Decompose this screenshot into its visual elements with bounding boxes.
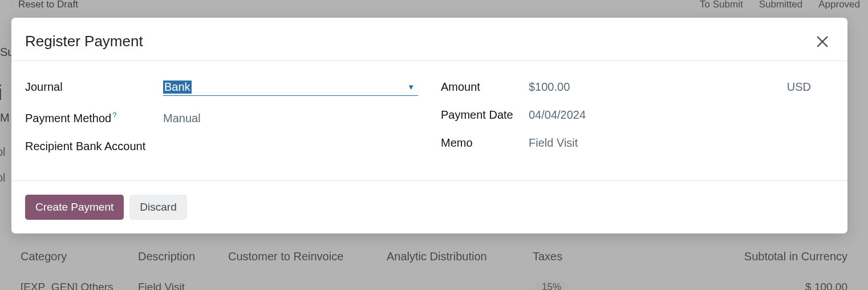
form-left-column: Journal Bank ▼ Payment Method? Manual Re… <box>25 80 429 153</box>
modal-footer: Create Payment Discard <box>11 180 847 233</box>
help-icon[interactable]: ? <box>112 111 116 119</box>
currency-value[interactable]: USD <box>787 80 834 94</box>
close-icon[interactable] <box>814 34 830 50</box>
discard-button[interactable]: Discard <box>129 195 186 220</box>
journal-select[interactable]: Bank ▼ <box>163 80 418 96</box>
payment-method-field: Payment Method? Manual <box>25 111 418 125</box>
chevron-down-icon[interactable]: ▼ <box>407 83 418 91</box>
journal-field: Journal Bank ▼ <box>25 80 418 96</box>
payment-method-label: Payment Method? <box>25 111 163 125</box>
payment-date-value[interactable]: 04/04/2024 <box>529 108 834 122</box>
journal-label: Journal <box>25 80 163 94</box>
recipient-bank-label: Recipient Bank Account <box>25 140 163 153</box>
memo-value[interactable]: Field Visit <box>529 136 834 150</box>
payment-method-value[interactable]: Manual <box>163 112 418 125</box>
amount-label: Amount <box>441 80 529 94</box>
journal-value: Bank <box>163 80 192 94</box>
modal-body: Journal Bank ▼ Payment Method? Manual Re… <box>11 61 847 180</box>
memo-label: Memo <box>441 136 529 150</box>
recipient-bank-field: Recipient Bank Account <box>25 140 418 153</box>
payment-date-field: Payment Date 04/04/2024 <box>441 108 834 122</box>
register-payment-modal: Register Payment Journal Bank ▼ Payment … <box>11 18 847 233</box>
amount-value[interactable]: $100.00 <box>529 80 787 94</box>
modal-header: Register Payment <box>11 18 847 61</box>
memo-field: Memo Field Visit <box>441 136 834 150</box>
amount-field: Amount $100.00 USD <box>441 80 834 94</box>
payment-method-label-text: Payment Method <box>25 112 111 124</box>
modal-title: Register Payment <box>25 33 143 50</box>
create-payment-button[interactable]: Create Payment <box>25 195 124 220</box>
payment-date-label: Payment Date <box>441 108 529 122</box>
form-right-column: Amount $100.00 USD Payment Date 04/04/20… <box>429 80 834 153</box>
